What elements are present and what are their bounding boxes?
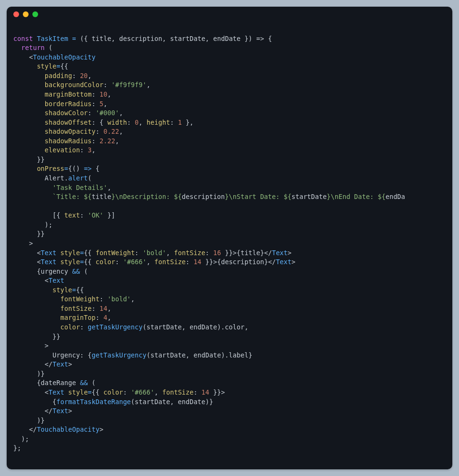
tmpl-a: `Title: ${ [52, 193, 91, 200]
zoom-icon[interactable] [32, 11, 38, 17]
val-mb: 10 [100, 90, 107, 98]
prop-bg: backgroundColor [45, 81, 103, 89]
prop-shadowoffset: shadowOffset [45, 119, 92, 126]
param-endDate: endDate [213, 35, 241, 42]
attr-style: style [37, 62, 56, 70]
prop-color-3: color [103, 388, 123, 396]
fn-geturgency: getTaskUrgency [88, 323, 142, 331]
val-shadowcolor: '#000' [96, 109, 119, 117]
text-urgency-label: Urgency: [52, 351, 88, 359]
alert-title: 'Task Details' [52, 184, 107, 191]
val-padding: 20 [80, 72, 88, 79]
prop-height: height [147, 119, 170, 126]
prop-fw: fontWeight [96, 249, 135, 257]
val-14-3: 14 [201, 388, 209, 396]
tmpl-d: }\nEnd Date: ${ [327, 193, 385, 200]
val-ok: 'OK' [88, 211, 103, 219]
prop-shadowradius: shadowRadius [45, 137, 92, 145]
val-14-2: 14 [100, 305, 107, 312]
prop-fs: fontSize [174, 249, 205, 257]
expr-title: title [240, 249, 260, 257]
prop-text: text [64, 211, 80, 219]
var-urgency: urgency [41, 268, 69, 275]
tmpl-title: title [92, 193, 111, 200]
tmpl-c: }\nStart Date: ${ [225, 193, 291, 200]
close-icon[interactable] [13, 11, 19, 17]
prop-width: width [107, 119, 127, 126]
editor-window: const TaskItem = ({ title, description, … [7, 7, 452, 469]
expr-desc: description [221, 258, 264, 266]
jsx-text-4-close: Text [52, 407, 68, 415]
prop-mt: marginTop [60, 314, 96, 321]
tmpl-b: }\nDescription: ${ [111, 193, 182, 200]
code-content: const TaskItem = ({ title, description, … [7, 22, 452, 466]
jsx-text-3-close: Text [52, 360, 68, 368]
kw-const: const [13, 35, 33, 42]
attr-style-2: style [60, 249, 80, 257]
fn-geturgency-2: getTaskUrgency [92, 351, 147, 359]
arrow-fn-open: }) => { [240, 35, 272, 42]
prop-fs-4: fontSize [162, 388, 194, 396]
jsx-text-2: Text [41, 258, 57, 266]
window-titlebar [7, 7, 452, 22]
jsx-text-2-close: Text [276, 258, 291, 266]
jsx-text-1-close: Text [272, 249, 288, 257]
arg-ed: endDate [190, 323, 217, 331]
arg-ed-2: endDate [194, 351, 221, 359]
attr-style-5: style [68, 388, 88, 396]
prop-elevation: elevation [45, 146, 80, 154]
component-name: TaskItem [37, 35, 68, 42]
arg-sd-2: startDate [150, 351, 186, 359]
val-color666: '#666' [123, 258, 146, 266]
attr-onpress: onPress [37, 165, 64, 172]
val-elevation: 3 [88, 146, 91, 154]
prop-padding: padding [45, 72, 72, 79]
tmpl-ed: endDa [386, 193, 405, 200]
alert-method: alert [68, 174, 88, 182]
var-daterange: dateRange [41, 379, 76, 387]
param-title: title [92, 35, 111, 42]
arg-sd-3: startDate [135, 398, 170, 406]
param-startDate: startDate [170, 35, 205, 42]
jsx-touchable-opacity-close: TouchableOpacity [37, 426, 100, 433]
prop-shadowopacity: shadowOpacity [45, 128, 96, 135]
prop-color: color [96, 258, 115, 266]
prop-shadowcolor: shadowColor [45, 109, 88, 117]
prop-mb: marginBottom [45, 90, 92, 98]
val-bold-2: 'bold' [107, 295, 130, 303]
val-bg: '#f9f9f9' [111, 81, 147, 89]
prop-color-2: color [60, 323, 80, 331]
prop-color-acc: color [225, 323, 244, 331]
val-14: 14 [194, 258, 201, 266]
alert-obj: Alert [45, 174, 64, 182]
jsx-text-3: Text [49, 277, 64, 284]
arg-sd: startDate [147, 323, 182, 331]
attr-style-3: style [60, 258, 80, 266]
jsx-touchable-opacity-open: TouchableOpacity [33, 53, 96, 61]
param-description: description [119, 35, 162, 42]
tmpl-sd: startDate [291, 193, 327, 200]
prop-fw-2: fontWeight [60, 295, 100, 303]
prop-fs-3: fontSize [60, 305, 92, 312]
val-shadowradius: 2.22 [100, 137, 115, 145]
prop-fs-2: fontSize [154, 258, 186, 266]
val-height: 1 [178, 119, 182, 126]
jsx-text-1: Text [41, 249, 57, 257]
minimize-icon[interactable] [23, 11, 29, 17]
val-16: 16 [213, 249, 221, 257]
attr-style-4: style [52, 286, 72, 294]
val-shadowopacity: 0.22 [103, 128, 119, 135]
val-mt: 4 [103, 314, 107, 321]
tmpl-desc: description [182, 193, 225, 200]
val-color666-2: '#666' [131, 388, 154, 396]
arg-ed-3: endDate [178, 398, 206, 406]
jsx-text-4: Text [49, 388, 64, 396]
val-bold: 'bold' [143, 249, 166, 257]
prop-br: borderRadius [45, 100, 92, 108]
prop-label-acc: label [229, 351, 249, 359]
fn-formatdates: formatTaskDateRange [57, 398, 131, 406]
